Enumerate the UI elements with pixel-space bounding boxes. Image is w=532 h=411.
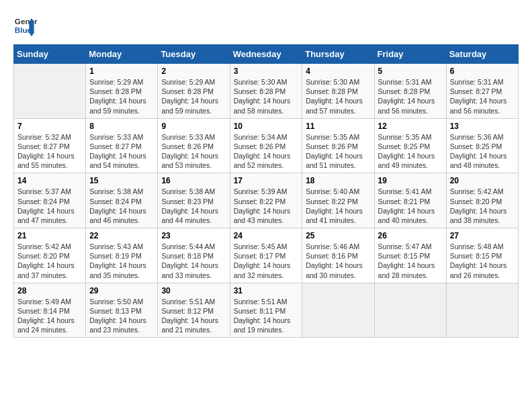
calendar-cell: 7Sunrise: 5:32 AM Sunset: 8:27 PM Daylig… (14, 118, 86, 173)
day-number: 4 (306, 66, 370, 76)
day-info: Sunrise: 5:41 AM Sunset: 8:21 PM Dayligh… (378, 187, 443, 225)
calendar-cell: 13Sunrise: 5:36 AM Sunset: 8:25 PM Dayli… (446, 118, 518, 173)
day-info: Sunrise: 5:35 AM Sunset: 8:25 PM Dayligh… (378, 132, 443, 171)
day-info: Sunrise: 5:31 AM Sunset: 8:27 PM Dayligh… (450, 77, 515, 116)
calendar-cell: 9Sunrise: 5:33 AM Sunset: 8:26 PM Daylig… (158, 118, 230, 173)
calendar-cell (302, 283, 374, 338)
day-info: Sunrise: 5:48 AM Sunset: 8:15 PM Dayligh… (450, 242, 515, 280)
calendar-cell: 23Sunrise: 5:44 AM Sunset: 8:18 PM Dayli… (158, 228, 230, 283)
day-number: 23 (161, 231, 226, 240)
day-header-friday: Friday (374, 45, 446, 64)
day-info: Sunrise: 5:33 AM Sunset: 8:27 PM Dayligh… (89, 132, 154, 171)
day-info: Sunrise: 5:51 AM Sunset: 8:11 PM Dayligh… (234, 297, 299, 335)
day-number: 12 (378, 122, 443, 131)
calendar-cell: 4Sunrise: 5:30 AM Sunset: 8:28 PM Daylig… (302, 64, 374, 119)
calendar-cell: 26Sunrise: 5:47 AM Sunset: 8:15 PM Dayli… (374, 228, 446, 283)
calendar-cell: 20Sunrise: 5:42 AM Sunset: 8:20 PM Dayli… (446, 173, 518, 228)
day-info: Sunrise: 5:46 AM Sunset: 8:16 PM Dayligh… (306, 242, 370, 280)
day-info: Sunrise: 5:42 AM Sunset: 8:20 PM Dayligh… (450, 187, 515, 225)
calendar-cell: 17Sunrise: 5:39 AM Sunset: 8:22 PM Dayli… (230, 173, 302, 228)
day-number: 15 (89, 176, 154, 185)
page-header: General Blue (13, 13, 519, 38)
day-number: 10 (234, 122, 299, 131)
day-info: Sunrise: 5:44 AM Sunset: 8:18 PM Dayligh… (161, 242, 226, 280)
day-header-monday: Monday (86, 45, 158, 64)
calendar-cell: 15Sunrise: 5:38 AM Sunset: 8:24 PM Dayli… (86, 173, 158, 228)
day-info: Sunrise: 5:40 AM Sunset: 8:22 PM Dayligh… (306, 187, 370, 225)
calendar-cell: 16Sunrise: 5:38 AM Sunset: 8:23 PM Dayli… (158, 173, 230, 228)
day-header-wednesday: Wednesday (230, 45, 302, 64)
day-info: Sunrise: 5:42 AM Sunset: 8:20 PM Dayligh… (17, 242, 82, 280)
calendar-cell: 29Sunrise: 5:50 AM Sunset: 8:13 PM Dayli… (86, 283, 158, 338)
day-header-sunday: Sunday (14, 45, 86, 64)
logo: General Blue (13, 13, 38, 38)
day-number: 28 (17, 286, 82, 295)
day-number: 16 (161, 176, 226, 185)
day-info: Sunrise: 5:38 AM Sunset: 8:23 PM Dayligh… (161, 187, 226, 225)
calendar-cell: 18Sunrise: 5:40 AM Sunset: 8:22 PM Dayli… (302, 173, 374, 228)
day-info: Sunrise: 5:32 AM Sunset: 8:27 PM Dayligh… (17, 132, 82, 171)
day-header-tuesday: Tuesday (158, 45, 230, 64)
calendar-cell (374, 283, 446, 338)
calendar-cell: 8Sunrise: 5:33 AM Sunset: 8:27 PM Daylig… (86, 118, 158, 173)
day-number: 2 (161, 66, 226, 76)
day-info: Sunrise: 5:47 AM Sunset: 8:15 PM Dayligh… (378, 242, 443, 280)
day-info: Sunrise: 5:51 AM Sunset: 8:12 PM Dayligh… (161, 297, 226, 335)
day-number: 13 (450, 122, 515, 131)
day-info: Sunrise: 5:29 AM Sunset: 8:28 PM Dayligh… (161, 77, 226, 116)
day-number: 26 (378, 231, 443, 240)
calendar-cell: 5Sunrise: 5:31 AM Sunset: 8:28 PM Daylig… (374, 64, 446, 119)
day-number: 18 (306, 176, 370, 185)
day-number: 22 (89, 231, 154, 240)
svg-text:General: General (15, 17, 38, 26)
logo-icon: General Blue (13, 13, 38, 38)
day-number: 27 (450, 231, 515, 240)
calendar-cell: 22Sunrise: 5:43 AM Sunset: 8:19 PM Dayli… (86, 228, 158, 283)
calendar-cell: 12Sunrise: 5:35 AM Sunset: 8:25 PM Dayli… (374, 118, 446, 173)
day-info: Sunrise: 5:31 AM Sunset: 8:28 PM Dayligh… (378, 77, 443, 116)
day-number: 6 (450, 66, 515, 76)
day-number: 20 (450, 176, 515, 185)
day-number: 21 (17, 231, 82, 240)
calendar-cell: 14Sunrise: 5:37 AM Sunset: 8:24 PM Dayli… (14, 173, 86, 228)
day-number: 11 (306, 122, 370, 131)
calendar-cell: 1Sunrise: 5:29 AM Sunset: 8:28 PM Daylig… (86, 64, 158, 119)
day-info: Sunrise: 5:50 AM Sunset: 8:13 PM Dayligh… (89, 297, 154, 335)
day-info: Sunrise: 5:30 AM Sunset: 8:28 PM Dayligh… (234, 77, 299, 116)
day-info: Sunrise: 5:43 AM Sunset: 8:19 PM Dayligh… (89, 242, 154, 280)
day-number: 14 (17, 176, 82, 185)
day-info: Sunrise: 5:33 AM Sunset: 8:26 PM Dayligh… (161, 132, 226, 171)
day-info: Sunrise: 5:35 AM Sunset: 8:26 PM Dayligh… (306, 132, 370, 171)
day-info: Sunrise: 5:37 AM Sunset: 8:24 PM Dayligh… (17, 187, 82, 225)
calendar-cell (446, 283, 518, 338)
day-info: Sunrise: 5:30 AM Sunset: 8:28 PM Dayligh… (306, 77, 370, 116)
day-number: 9 (161, 122, 226, 131)
day-info: Sunrise: 5:34 AM Sunset: 8:26 PM Dayligh… (234, 132, 299, 171)
day-number: 8 (89, 122, 154, 131)
calendar-cell: 27Sunrise: 5:48 AM Sunset: 8:15 PM Dayli… (446, 228, 518, 283)
day-number: 25 (306, 231, 370, 240)
calendar-cell: 3Sunrise: 5:30 AM Sunset: 8:28 PM Daylig… (230, 64, 302, 119)
calendar-cell: 30Sunrise: 5:51 AM Sunset: 8:12 PM Dayli… (158, 283, 230, 338)
day-header-thursday: Thursday (302, 45, 374, 64)
day-info: Sunrise: 5:38 AM Sunset: 8:24 PM Dayligh… (89, 187, 154, 225)
day-number: 1 (89, 66, 154, 76)
day-info: Sunrise: 5:39 AM Sunset: 8:22 PM Dayligh… (234, 187, 299, 225)
calendar-cell: 11Sunrise: 5:35 AM Sunset: 8:26 PM Dayli… (302, 118, 374, 173)
day-info: Sunrise: 5:36 AM Sunset: 8:25 PM Dayligh… (450, 132, 515, 171)
day-number: 7 (17, 122, 82, 131)
calendar-cell: 21Sunrise: 5:42 AM Sunset: 8:20 PM Dayli… (14, 228, 86, 283)
calendar-cell: 31Sunrise: 5:51 AM Sunset: 8:11 PM Dayli… (230, 283, 302, 338)
day-number: 30 (161, 286, 226, 295)
day-header-saturday: Saturday (446, 45, 518, 64)
calendar-cell (14, 64, 86, 119)
day-number: 19 (378, 176, 443, 185)
day-number: 31 (234, 286, 299, 295)
calendar-cell: 24Sunrise: 5:45 AM Sunset: 8:17 PM Dayli… (230, 228, 302, 283)
calendar-cell: 25Sunrise: 5:46 AM Sunset: 8:16 PM Dayli… (302, 228, 374, 283)
day-number: 3 (234, 66, 299, 76)
calendar-table: SundayMondayTuesdayWednesdayThursdayFrid… (13, 44, 519, 338)
calendar-cell: 2Sunrise: 5:29 AM Sunset: 8:28 PM Daylig… (158, 64, 230, 119)
day-info: Sunrise: 5:45 AM Sunset: 8:17 PM Dayligh… (234, 242, 299, 280)
calendar-cell: 19Sunrise: 5:41 AM Sunset: 8:21 PM Dayli… (374, 173, 446, 228)
